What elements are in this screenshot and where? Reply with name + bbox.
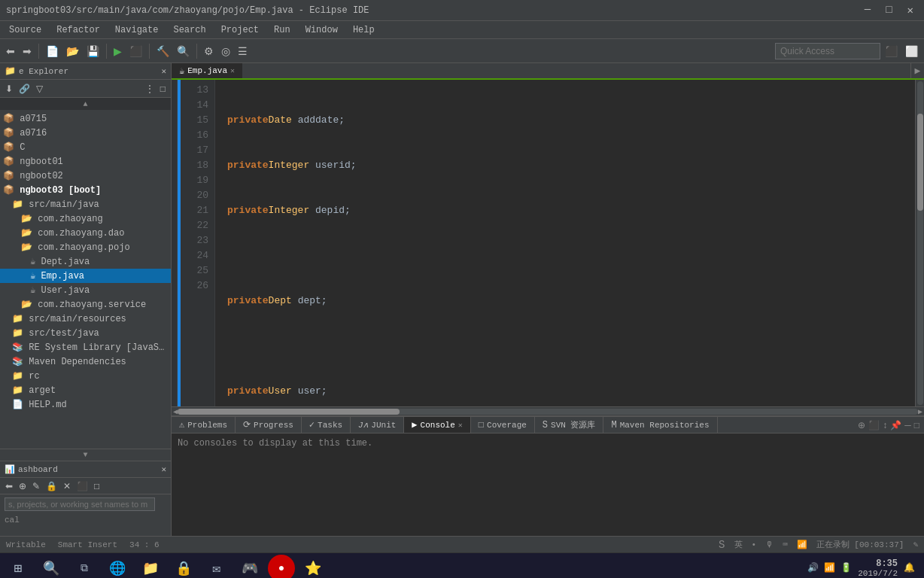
h-scrollbar[interactable]: ◀ ▶ — [172, 406, 924, 415]
tree-item-src-main-resources[interactable]: 📁 src/main/resources — [0, 312, 171, 326]
quick-access-input[interactable] — [775, 43, 880, 59]
editor-tab-emp[interactable]: ☕ Emp.java ✕ — [172, 63, 242, 78]
tree-item-com-zhaoyang-service[interactable]: 📂 com.zhaoyang.service — [0, 297, 171, 312]
dashboard-btn3[interactable]: ✎ — [30, 479, 42, 493]
toolbar-build-btn[interactable]: 🔨 — [153, 44, 172, 59]
toolbar-save-btn[interactable]: 💾 — [84, 44, 102, 59]
toolbar-maximize-btn[interactable]: ⬜ — [902, 44, 921, 59]
console-tab-close[interactable]: ✕ — [458, 421, 463, 430]
taskbar-search-btn[interactable]: 🔍 — [36, 555, 66, 579]
toolbar-stop-btn[interactable]: ⬛ — [126, 44, 145, 59]
taskbar-notification-icon[interactable]: 🔔 — [904, 562, 915, 573]
tree-item-emp-java[interactable]: ☕ Emp.java — [0, 269, 171, 283]
menu-navigate[interactable]: Navigate — [109, 23, 165, 37]
explorer-filter-btn[interactable]: ▽ — [34, 82, 45, 96]
dashboard-btn1[interactable]: ⬅ — [3, 479, 15, 493]
bottom-ctrl-copy[interactable]: ⊕ — [858, 420, 865, 430]
close-btn[interactable]: ✕ — [903, 4, 918, 17]
tree-item-ngboot01[interactable]: 📦 ngboot01 — [0, 154, 171, 169]
taskbar-red-btn[interactable]: ● — [268, 555, 295, 579]
v-scrollbar[interactable] — [915, 80, 924, 406]
explorer-max-btn[interactable]: □ — [158, 82, 168, 96]
toolbar-perspective-btn[interactable]: ⬛ — [882, 44, 901, 59]
bottom-ctrl-clear[interactable]: ⬛ — [868, 420, 880, 430]
toolbar-misc2[interactable]: ◎ — [218, 44, 233, 59]
explorer-link-btn[interactable]: 🔗 — [17, 82, 32, 96]
toolbar-misc1[interactable]: ⚙ — [201, 44, 217, 59]
tree-item-ngboot03[interactable]: 📦 ngboot03 [boot] — [0, 183, 171, 197]
menu-refactor[interactable]: Refactor — [50, 23, 106, 37]
h-scroll-track[interactable] — [178, 409, 918, 415]
menu-run[interactable]: Run — [268, 23, 296, 37]
bottom-tab-console[interactable]: ▶ Console ✕ — [404, 417, 470, 433]
toolbar-search-btn[interactable]: 🔍 — [174, 44, 193, 59]
tree-item-com-zhaoyang-pojo[interactable]: 📂 com.zhaoyang.pojo — [0, 240, 171, 254]
bottom-ctrl-max[interactable]: □ — [914, 420, 919, 430]
dashboard-btn6[interactable]: ⬛ — [74, 479, 90, 493]
taskbar-start-btn[interactable]: ⊞ — [3, 555, 33, 579]
tree-item-c[interactable]: 📦 C — [0, 140, 171, 154]
taskbar-game-btn[interactable]: 🎮 — [235, 555, 265, 579]
menu-help[interactable]: Help — [347, 23, 381, 37]
bottom-tab-problems[interactable]: ⚠ Problems — [172, 417, 236, 433]
bottom-tab-coverage[interactable]: □ Coverage — [471, 417, 535, 433]
bottom-tab-tasks[interactable]: ✓ Tasks — [302, 417, 351, 433]
maximize-btn[interactable]: □ — [881, 4, 896, 17]
menu-window[interactable]: Window — [299, 23, 344, 37]
code-content[interactable]: private Date adddate; private Integer us… — [215, 80, 915, 406]
tree-item-com-zhaoyang-dao[interactable]: 📂 com.zhaoyang.dao — [0, 226, 171, 240]
v-scroll-track[interactable] — [917, 81, 923, 405]
bottom-ctrl-scroll[interactable]: ↕ — [883, 420, 887, 430]
taskbar-explorer-btn[interactable]: 📁 — [135, 555, 166, 579]
tree-item-a0716[interactable]: 📦 a0716 — [0, 126, 171, 140]
tree-item-src-test-java[interactable]: 📁 src/test/java — [0, 326, 171, 340]
editor-tab-close[interactable]: ✕ — [230, 66, 235, 75]
taskbar-star-btn[interactable]: ⭐ — [298, 555, 328, 579]
v-scroll-thumb[interactable] — [917, 114, 923, 211]
h-scroll-thumb[interactable] — [178, 409, 400, 415]
tree-item-com-zhaoyang[interactable]: 📂 com.zhaoyang — [0, 211, 171, 226]
title-bar-controls[interactable]: ─ □ ✕ — [860, 4, 918, 17]
minimize-btn[interactable]: ─ — [860, 4, 875, 17]
dashboard-btn7[interactable]: □ — [92, 479, 102, 493]
dashboard-close-icon[interactable]: ✕ — [161, 464, 166, 474]
tree-item-src-main-java[interactable]: 📁 src/main/java — [0, 197, 171, 211]
taskbar-edge-btn[interactable]: 🌐 — [102, 555, 132, 579]
tree-item-maven-deps[interactable]: 📚 Maven Dependencies — [0, 354, 171, 369]
menu-search[interactable]: Search — [167, 23, 211, 37]
tree-item-ngboot02[interactable]: 📦 ngboot02 — [0, 169, 171, 183]
explorer-collapse-btn[interactable]: ⬇ — [3, 82, 15, 96]
bottom-tab-maven[interactable]: M Maven Repositories — [603, 417, 717, 433]
toolbar-open-btn[interactable]: 📂 — [63, 44, 82, 59]
editor-tab-scroll-right[interactable]: ▶ — [910, 63, 924, 78]
toolbar-back-btn[interactable]: ⬅ — [3, 44, 18, 59]
bottom-tab-junit[interactable]: Jʌ JUnit — [351, 417, 404, 433]
explorer-scroll-down[interactable]: ▼ — [0, 449, 171, 461]
dashboard-btn5[interactable]: ✕ — [61, 479, 73, 493]
taskbar-mail-btn[interactable]: ✉ — [202, 555, 232, 579]
menu-project[interactable]: Project — [215, 23, 265, 37]
bottom-ctrl-min[interactable]: ─ — [904, 420, 911, 430]
explorer-scroll-up[interactable]: ▲ — [0, 98, 171, 110]
toolbar-forward-btn[interactable]: ➡ — [20, 44, 35, 59]
tree-item-arget[interactable]: 📁 arget — [0, 383, 171, 397]
tree-item-help-md[interactable]: 📄 HELP.md — [0, 397, 171, 412]
toolbar-new-btn[interactable]: 📄 — [43, 44, 62, 59]
taskbar-lock-btn[interactable]: 🔒 — [169, 555, 199, 579]
explorer-menu-btn[interactable]: ⋮ — [143, 82, 157, 96]
tree-item-dept-java[interactable]: ☕ Dept.java — [0, 254, 171, 269]
tree-item-jre-library[interactable]: 📚 RE System Library [JavaSE-1.8] — [0, 340, 171, 354]
menu-source[interactable]: Source — [3, 23, 47, 37]
bottom-tab-progress[interactable]: ⟳ Progress — [236, 417, 302, 433]
tree-item-rc[interactable]: 📁 rc — [0, 369, 171, 383]
bottom-tab-svn[interactable]: S SVN 资源库 — [535, 417, 604, 433]
taskbar-task-view-btn[interactable]: ⧉ — [69, 555, 99, 579]
dashboard-search-input[interactable] — [5, 497, 155, 511]
explorer-close-icon[interactable]: ✕ — [161, 66, 166, 76]
dashboard-btn4[interactable]: 🔒 — [44, 479, 59, 493]
tree-item-a0715[interactable]: 📦 a0715 — [0, 111, 171, 126]
dashboard-btn2[interactable]: ⊕ — [17, 479, 29, 493]
tree-item-user-java[interactable]: ☕ User.java — [0, 283, 171, 297]
toolbar-debug-btn[interactable]: ▶ — [111, 44, 125, 59]
h-scroll-right[interactable]: ▶ — [918, 407, 922, 416]
